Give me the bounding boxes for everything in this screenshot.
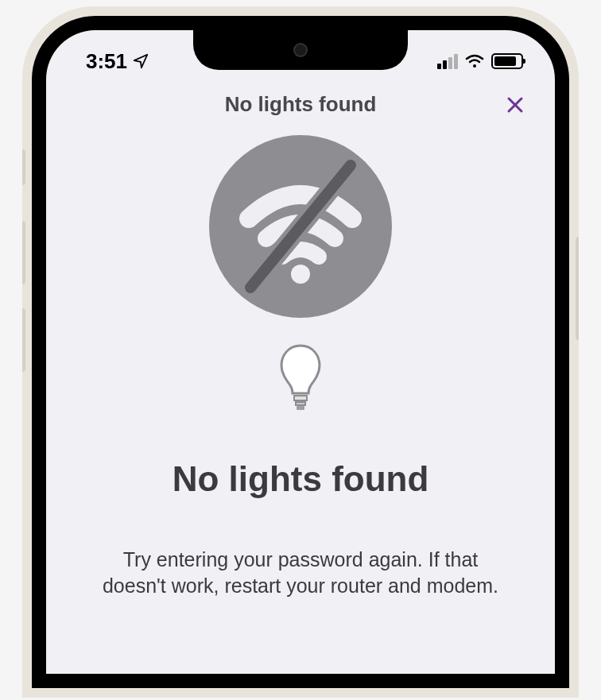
volume-down-button	[22, 308, 25, 372]
status-right	[437, 53, 523, 69]
close-button[interactable]	[503, 93, 527, 117]
front-camera	[293, 43, 308, 57]
nav-bar: No lights found	[46, 78, 555, 123]
location-icon	[132, 52, 149, 70]
main-heading: No lights found	[173, 459, 429, 499]
phone-bezel: 3:51	[32, 16, 569, 688]
svg-point-2	[291, 265, 310, 284]
volume-up-button	[22, 221, 25, 284]
lightbulb-icon	[277, 342, 324, 413]
wifi-icon	[464, 53, 485, 69]
close-icon	[506, 95, 525, 114]
description-text: Try entering your password again. If tha…	[78, 547, 523, 598]
battery-icon	[491, 53, 523, 69]
content-area: No lights found Try entering your passwo…	[46, 123, 555, 606]
status-left: 3:51	[86, 49, 149, 74]
cellular-icon	[437, 54, 458, 69]
power-button	[576, 237, 579, 340]
time-label: 3:51	[86, 49, 127, 74]
wifi-off-icon	[209, 135, 392, 318]
phone-frame: 3:51	[22, 6, 579, 698]
nav-title: No lights found	[70, 92, 531, 117]
mute-switch	[22, 149, 25, 185]
notch	[193, 30, 408, 70]
phone-screen: 3:51	[46, 30, 555, 674]
